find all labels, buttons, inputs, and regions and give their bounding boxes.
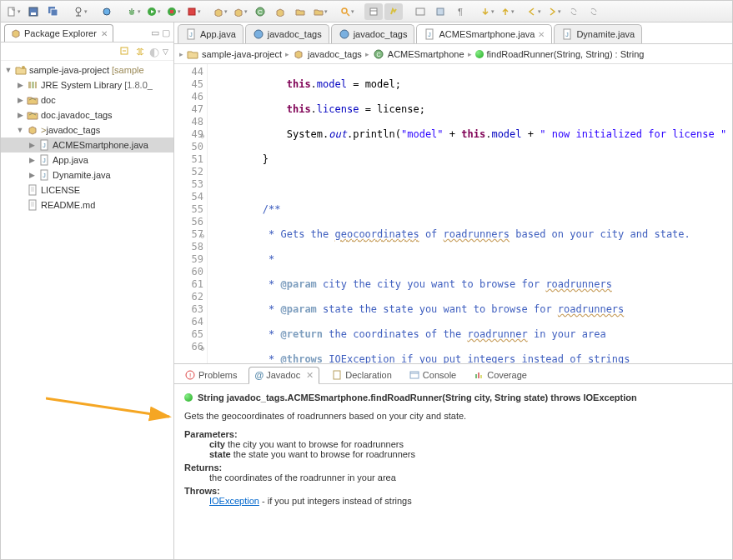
new-package-2-button[interactable] xyxy=(231,3,249,20)
tree-file-license[interactable]: LICENSE xyxy=(1,182,173,198)
package-explorer-tab[interactable]: Package Explorer ✕ xyxy=(4,24,113,42)
skip-breakpoints-button[interactable] xyxy=(98,3,116,20)
svg-point-35 xyxy=(340,30,349,38)
perspective-button[interactable] xyxy=(71,3,89,20)
run-last-button[interactable] xyxy=(184,3,203,20)
close-tab-icon[interactable]: ✕ xyxy=(538,30,545,39)
tab-jt2[interactable]: javadoc_tags xyxy=(331,24,415,43)
declaration-tab[interactable]: Declaration xyxy=(326,367,397,383)
forward-button[interactable] xyxy=(545,3,563,20)
tab-jt[interactable]: javadoc_tags xyxy=(245,24,329,43)
svg-text:J: J xyxy=(43,172,46,178)
javadoc-throws: IOException - if you put integers instea… xyxy=(209,496,722,506)
javadoc-return: the coordinates of the roadrunner in you… xyxy=(209,472,722,482)
block-select-button[interactable] xyxy=(431,3,449,20)
tree-file-readme[interactable]: README.md xyxy=(1,198,173,212)
java-file-icon: J xyxy=(38,154,50,166)
open-type-button[interactable] xyxy=(311,3,329,20)
refresh-button[interactable] xyxy=(565,3,583,20)
svg-point-14 xyxy=(342,8,347,13)
tab-acme[interactable]: JACMESmartphone.java✕ xyxy=(416,24,552,43)
back-button[interactable] xyxy=(525,3,543,20)
close-icon[interactable]: ✕ xyxy=(306,370,314,381)
returns-heading: Returns: xyxy=(184,462,722,472)
breadcrumb[interactable]: ▸ sample-java-project ▸ javadoc_tags ▸ C… xyxy=(174,44,732,64)
prev-annotation-button[interactable] xyxy=(498,3,516,20)
new-package-3-button[interactable] xyxy=(271,3,289,20)
svg-rect-16 xyxy=(416,8,424,15)
new-button[interactable] xyxy=(4,3,23,20)
coverage-icon xyxy=(473,369,484,381)
new-type-button[interactable]: C xyxy=(251,3,269,20)
editor-presentation-button[interactable] xyxy=(411,3,429,20)
minimize-icon[interactable]: ▭ xyxy=(151,28,159,38)
java-file-icon: J xyxy=(185,28,197,40)
tree-jre[interactable]: ▶ JRE System Library [1.8.0_ xyxy=(1,78,173,92)
coverage-tab[interactable]: Coverage xyxy=(468,367,532,383)
svg-text:C: C xyxy=(376,52,380,58)
javadoc-tab[interactable]: @Javadoc✕ xyxy=(249,367,319,384)
view-menu-icon[interactable]: ▽ xyxy=(163,48,168,56)
svg-rect-10 xyxy=(170,10,173,13)
fold-icon[interactable]: ⊖ xyxy=(197,342,204,350)
project-icon xyxy=(15,64,27,76)
java-file-icon: J xyxy=(424,28,435,40)
tree-file-acme[interactable]: ▶ J ACMESmartphone.java xyxy=(1,138,173,152)
svg-rect-17 xyxy=(437,8,444,15)
console-tab[interactable]: Console xyxy=(404,367,461,383)
tree-file-dyn[interactable]: ▶ J Dynamite.java xyxy=(1,168,173,182)
package-explorer-label: Package Explorer xyxy=(24,28,97,38)
coverage-button[interactable] xyxy=(164,3,183,20)
project-tree[interactable]: ▼ sample-java-project [sample ▶ JRE Syst… xyxy=(1,61,173,559)
chevron-icon: ▸ xyxy=(285,50,289,58)
pin-button[interactable] xyxy=(585,3,603,20)
svg-rect-46 xyxy=(475,374,477,378)
library-icon xyxy=(27,79,38,91)
tree-doc[interactable]: ▶ doc xyxy=(1,92,173,108)
bottom-panel: !Problems @Javadoc✕ Declaration Console … xyxy=(174,363,732,559)
svg-text:J: J xyxy=(43,158,46,163)
svg-rect-48 xyxy=(480,375,482,378)
web-icon xyxy=(339,28,350,40)
svg-rect-0 xyxy=(8,8,14,16)
search-button[interactable] xyxy=(338,3,356,20)
next-annotation-button[interactable] xyxy=(478,3,496,20)
link-editor-icon[interactable] xyxy=(134,46,146,58)
new-package-button[interactable] xyxy=(211,3,229,20)
toggle-editor-button[interactable] xyxy=(364,3,383,20)
java-file-icon: J xyxy=(38,139,50,151)
svg-text:J: J xyxy=(429,32,432,38)
tree-doc-jt[interactable]: ▶ doc.javadoc_tags xyxy=(1,108,173,122)
gutter[interactable]: 44 45 46 47 48 49⊖ 50 51 52 53 54 55 56 … xyxy=(174,64,208,363)
highlight-button[interactable] xyxy=(384,3,403,20)
code-editor[interactable]: 44 45 46 47 48 49⊖ 50 51 52 53 54 55 56 … xyxy=(174,64,732,363)
svg-text:!: ! xyxy=(189,372,191,379)
new-folder-button[interactable] xyxy=(291,3,309,20)
maximize-icon[interactable]: ▢ xyxy=(162,28,170,38)
tab-app[interactable]: JApp.java xyxy=(178,24,243,43)
svg-rect-30 xyxy=(29,185,36,195)
collapse-all-icon[interactable] xyxy=(119,46,131,58)
problems-tab[interactable]: !Problems xyxy=(179,367,242,383)
exception-link[interactable]: IOException xyxy=(209,496,259,506)
tree-file-app[interactable]: ▶ J App.java xyxy=(1,152,173,168)
focus-task-icon[interactable]: ◐ xyxy=(149,45,159,58)
fold-icon[interactable]: ⊖ xyxy=(197,230,204,238)
fold-icon[interactable]: ⊖ xyxy=(197,130,204,138)
svg-text:¶: ¶ xyxy=(458,7,463,17)
run-button[interactable] xyxy=(144,3,163,20)
java-file-icon: J xyxy=(38,169,50,181)
file-icon xyxy=(27,199,38,211)
show-whitespace-button[interactable]: ¶ xyxy=(451,3,469,20)
save-all-button[interactable] xyxy=(44,3,63,20)
javadoc-description: Gets the geocoordinates of roadrunners b… xyxy=(184,411,722,421)
javadoc-signature: String javadoc_tags.ACMESmartphone.findR… xyxy=(198,392,637,402)
save-button[interactable] xyxy=(24,3,43,20)
close-icon[interactable]: ✕ xyxy=(101,29,108,38)
svg-text:C: C xyxy=(258,8,263,16)
code-area[interactable]: this.model = model; this.license = licen… xyxy=(208,64,732,363)
tree-pkg[interactable]: ▼ > javadoc_tags xyxy=(1,122,173,138)
debug-button[interactable] xyxy=(124,3,143,20)
tab-dyn[interactable]: JDynamite.java xyxy=(554,24,642,43)
tree-project[interactable]: ▼ sample-java-project [sample xyxy=(1,62,173,78)
